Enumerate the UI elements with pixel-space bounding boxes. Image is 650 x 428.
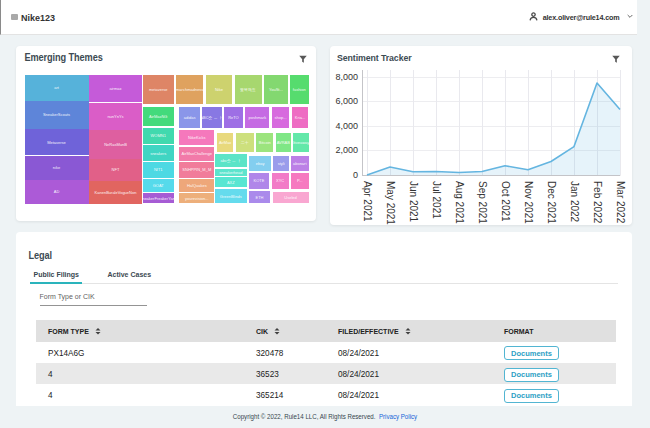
svg-text:Oct 2021: Oct 2021	[500, 181, 511, 222]
svg-text:Mar 2022: Mar 2022	[615, 181, 626, 224]
svg-text:Feb 2022: Feb 2022	[592, 181, 603, 224]
svg-text:8,000: 8,000	[335, 72, 358, 82]
svg-text:0: 0	[353, 170, 358, 180]
svg-text:Apr 2021: Apr 2021	[362, 181, 373, 222]
svg-text:Nov 2021: Nov 2021	[523, 181, 534, 224]
svg-text:2,000: 2,000	[335, 145, 358, 155]
svg-text:Jan 2022: Jan 2022	[569, 181, 580, 223]
svg-text:Jun 2021: Jun 2021	[408, 181, 419, 223]
svg-text:Jul 2021: Jul 2021	[431, 181, 442, 219]
svg-text:Sep 2021: Sep 2021	[477, 181, 488, 224]
svg-text:Aug 2021: Aug 2021	[454, 181, 465, 224]
svg-text:May 2021: May 2021	[385, 181, 396, 225]
svg-text:4,000: 4,000	[335, 121, 358, 131]
svg-text:Dec 2021: Dec 2021	[546, 181, 557, 224]
svg-text:6,000: 6,000	[335, 96, 358, 106]
